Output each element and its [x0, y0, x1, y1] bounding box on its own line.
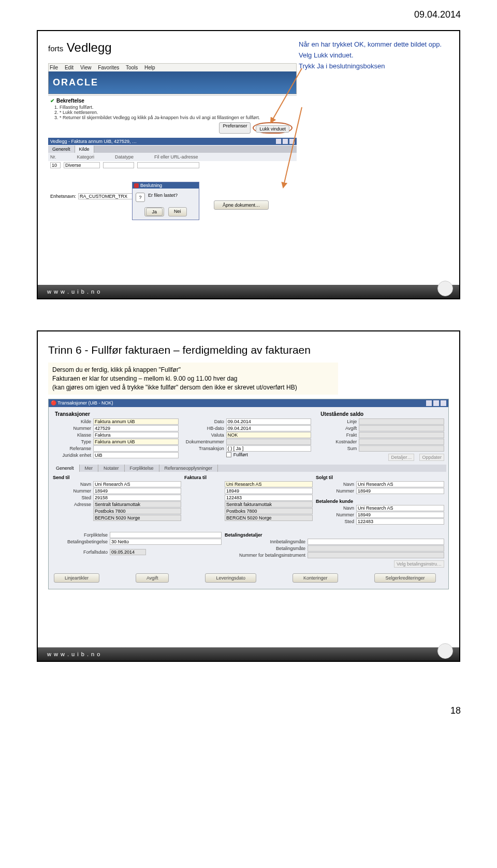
hbdato-input[interactable]: 09.04.2014 — [226, 425, 312, 431]
velg-betaling-button[interactable]: Velg betalingsinstru… — [394, 560, 444, 568]
grid-header: Nr. Kategori Datatype Fil eller URL-adre… — [48, 153, 297, 161]
section-transactions: Transaksjoner — [53, 410, 179, 418]
dialog-message: Er filen lastet? — [148, 193, 178, 198]
preferences-button[interactable]: Preferanser — [219, 122, 251, 134]
uib-seal-icon — [437, 643, 453, 659]
referanse-input[interactable] — [93, 445, 179, 452]
kilde-input[interactable]: Faktura annum UiB — [93, 418, 179, 425]
grid-row: 10 Diverse — [48, 161, 297, 169]
type-input[interactable]: Faktura annum UiB — [93, 439, 179, 445]
detail-tabs[interactable]: Generelt Mer Notater Forpliktelse Refera… — [51, 465, 446, 472]
uib-seal-icon — [437, 281, 453, 296]
fullfort-checkbox[interactable] — [226, 452, 231, 457]
detaljer-button[interactable]: Detaljer… — [388, 454, 414, 461]
transactions-window: 🔴 Transaksjoner (UiB - NOK) Transaksjone… — [48, 399, 449, 589]
oppdater-button[interactable]: Oppdater — [419, 454, 444, 461]
browser-window: File Edit View Favorites Tools Help ORAC… — [48, 63, 297, 202]
nummer-input[interactable]: 427529 — [93, 425, 179, 431]
window-controls[interactable] — [276, 139, 295, 144]
dato-input[interactable]: 09.04.2014 — [226, 418, 312, 425]
transaksjon-input[interactable]: ( ) [ Ja ] — [226, 445, 312, 452]
yes-marker: Ja — [144, 207, 164, 216]
page-date: 09.04.2014 — [414, 9, 461, 20]
slide-footer: w w w . u i b . n o — [38, 285, 459, 298]
question-icon: ? — [136, 193, 145, 202]
open-document-button[interactable]: Åpne dokument… — [214, 200, 269, 210]
close-window-button[interactable]: Lukk vinduet — [256, 125, 289, 133]
dialog-icon — [134, 183, 139, 188]
leveringsdato-button[interactable]: Leveringsdato — [205, 573, 256, 583]
yes-button[interactable]: Ja — [146, 208, 163, 216]
slide-2: Trinn 6 - Fullfør fakturaen – ferdigmeld… — [37, 330, 460, 662]
page-number: 18 — [0, 703, 497, 727]
klasse-input[interactable]: Faktura — [93, 432, 179, 438]
annotation-box: Når en har trykket OK, kommer dette bild… — [299, 40, 449, 73]
oracle-banner: ORACLE — [48, 71, 297, 94]
valuta-input[interactable]: NOK — [226, 432, 312, 438]
konteringer-button[interactable]: Konteringer — [293, 573, 339, 583]
browser-menubar[interactable]: File Edit View Favorites Tools Help — [48, 63, 297, 71]
info-icon: ✔ — [50, 98, 54, 104]
window-controls[interactable] — [426, 400, 446, 406]
section-saldo: Utestående saldo — [318, 410, 444, 418]
slide2-heading: Trinn 6 - Fullfør fakturaen – ferdigmeld… — [48, 344, 449, 356]
slide2-note: Dersom du er ferdig, klikk på knappen "F… — [48, 363, 338, 395]
slide-1: forts Vedlegg Når en har trykket OK, kom… — [37, 30, 460, 299]
linjeartikler-button[interactable]: Linjeartikler — [54, 573, 99, 583]
confirmation-block: ✔ Bekreftelse Fillasting fullført. * Luk… — [48, 95, 297, 137]
juridisk-input[interactable]: UiB — [93, 452, 179, 458]
no-button[interactable]: Nei — [168, 207, 187, 216]
close-window-marker: Lukk vinduet — [253, 122, 293, 134]
selgerkrediteringer-button[interactable]: Selgerkrediteringer — [374, 573, 435, 583]
avgift-button[interactable]: Avgift — [136, 573, 169, 583]
bottom-button-row: Linjeartikler Avgift Leveringsdato Konte… — [51, 570, 446, 587]
slide-footer: w w w . u i b . n o — [38, 647, 459, 661]
window-title: Vedlegg - Faktura annum UiB, 427529, … — [50, 139, 137, 144]
decision-dialog: Beslutning ? Er filen lastet? Ja Nei — [132, 182, 199, 220]
doknummer-input — [226, 439, 312, 445]
app-title: 🔴 Transaksjoner (UiB - NOK) — [51, 400, 113, 406]
vedlegg-tabs[interactable]: Generelt Kilde — [48, 145, 297, 153]
